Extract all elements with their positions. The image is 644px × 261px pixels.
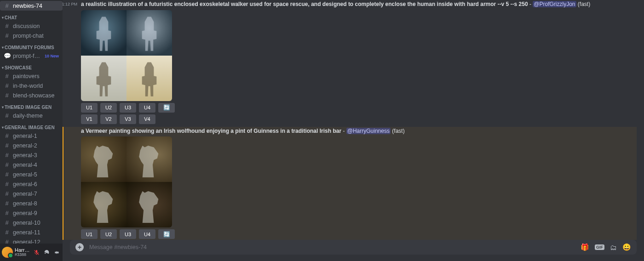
chevron-down-icon: ▾: [2, 125, 4, 130]
channel-type-icon: #: [4, 161, 10, 168]
channel-item[interactable]: #general-11: [0, 227, 63, 237]
image-grid[interactable]: [81, 136, 172, 227]
channel-item[interactable]: #general-1: [0, 131, 63, 141]
channel-type-icon: #: [4, 219, 10, 226]
image-grid[interactable]: [81, 10, 172, 101]
channel-name: general-8: [13, 200, 59, 207]
category-header[interactable]: ▾THEMED IMAGE GEN: [0, 100, 63, 111]
variation-button[interactable]: V2: [100, 114, 117, 124]
gift-icon[interactable]: 🎁: [581, 243, 589, 251]
chevron-down-icon: ▾: [2, 66, 4, 70]
message-list[interactable]: 1:12 PMa realistic illustration of a fut…: [63, 0, 644, 240]
category-label: COMMUNITY FORUMS: [5, 45, 54, 50]
chevron-down-icon: ▾: [2, 16, 4, 20]
channel-item[interactable]: #general-3: [0, 150, 63, 160]
channel-name: newbies-74: [13, 3, 59, 9]
chevron-down-icon: ▾: [2, 105, 4, 109]
upscale-button[interactable]: U2: [100, 103, 117, 113]
image-cell: [126, 182, 172, 227]
channel-type-icon: #: [4, 181, 10, 187]
variation-button[interactable]: V1: [81, 114, 98, 124]
channel-item[interactable]: #blend-showcase: [0, 91, 63, 100]
message-input[interactable]: [89, 244, 575, 250]
channel-item[interactable]: #discussion: [0, 21, 63, 31]
channel-item[interactable]: #general-8: [0, 199, 63, 208]
exo-placeholder-icon: [140, 62, 159, 96]
channel-name: general-12: [13, 239, 59, 244]
channel-item-selected[interactable]: # newbies-74: [0, 1, 63, 11]
image-cell: [126, 136, 172, 182]
image-cell: [81, 136, 126, 182]
mention[interactable]: @HarryGuinness: [346, 128, 391, 134]
upscale-button[interactable]: U4: [139, 229, 155, 239]
headphones-icon[interactable]: [42, 248, 51, 256]
prompt-text: a realistic illustration of a futuristic…: [81, 1, 637, 8]
avatar[interactable]: [2, 247, 13, 258]
channel-name: blend-showcase: [13, 92, 59, 99]
upscale-button[interactable]: U4: [139, 103, 155, 113]
channel-item[interactable]: #in-the-world: [0, 81, 63, 91]
upscale-button[interactable]: U3: [120, 103, 136, 113]
main-chat: 1:12 PMa realistic illustration of a fut…: [63, 0, 644, 261]
user-info[interactable]: HarryGuin... #3388: [15, 247, 30, 257]
category-header[interactable]: ▾CHAT: [0, 11, 63, 21]
upscale-button[interactable]: U2: [100, 229, 117, 239]
channel-type-icon: #: [4, 132, 10, 139]
wolf-placeholder-icon: [92, 146, 115, 177]
sticker-icon[interactable]: 🗂: [610, 244, 617, 251]
category-label: THEMED IMAGE GEN: [5, 105, 52, 110]
chevron-down-icon: ▾: [2, 45, 4, 50]
channel-item[interactable]: #daily-theme: [0, 111, 63, 120]
channel-name: general-9: [13, 210, 59, 216]
channel-item[interactable]: #general-9: [0, 208, 63, 218]
reroll-button[interactable]: 🔄: [158, 229, 175, 239]
channel-type-icon: #: [4, 238, 10, 244]
emoji-icon[interactable]: 😀: [622, 243, 631, 251]
wolf-placeholder-icon: [138, 146, 161, 177]
compose-box: + 🎁 GIF 🗂 😀: [70, 240, 637, 255]
channel-type-icon: #: [4, 82, 10, 89]
channel-name: paintovers: [13, 73, 59, 79]
channel-item[interactable]: #general-12: [0, 237, 63, 244]
category-header[interactable]: ▾COMMUNITY FORUMS: [0, 40, 63, 51]
add-attachment-icon[interactable]: +: [75, 243, 84, 251]
variation-button[interactable]: V4: [139, 114, 155, 124]
mention[interactable]: @ProfGrizzlyJon: [533, 1, 576, 7]
upscale-button[interactable]: U3: [120, 229, 136, 239]
upscale-button[interactable]: U1: [81, 229, 98, 239]
channel-item[interactable]: #prompt-chat: [0, 31, 63, 40]
message: 1:12 PMa realistic illustration of a fut…: [63, 0, 637, 127]
mute-mic-icon[interactable]: [32, 248, 40, 256]
upscale-button[interactable]: U1: [81, 103, 98, 113]
mode-label: (fast): [392, 128, 404, 134]
channel-item[interactable]: 💬prompt-faqs10 New: [0, 51, 63, 61]
wolf-placeholder-icon: [138, 191, 161, 223]
gif-icon[interactable]: GIF: [595, 244, 604, 250]
channel-name: general-10: [13, 220, 59, 226]
user-tag: #3388: [15, 253, 30, 257]
composer: + 🎁 GIF 🗂 😀: [63, 240, 644, 261]
channel-name: general-2: [13, 142, 59, 149]
reroll-button[interactable]: 🔄: [158, 103, 175, 113]
channel-type-icon: #: [4, 210, 10, 216]
channels-scroll[interactable]: # newbies-74 ▾CHAT#discussion#prompt-cha…: [0, 0, 63, 244]
channel-name: general-3: [13, 152, 59, 159]
category-header[interactable]: ▾GENERAL IMAGE GEN: [0, 120, 63, 131]
channel-item[interactable]: #paintovers: [0, 71, 63, 81]
channel-item[interactable]: #general-4: [0, 160, 63, 170]
channel-item[interactable]: #general-5: [0, 170, 63, 179]
message: a Vermeer painting showing an Irish wolf…: [63, 127, 637, 240]
channel-item[interactable]: #general-2: [0, 141, 63, 150]
variation-button[interactable]: V3: [120, 114, 136, 124]
exo-placeholder-icon: [95, 17, 113, 51]
channel-item[interactable]: #general-7: [0, 189, 63, 199]
channel-item[interactable]: #general-10: [0, 218, 63, 227]
image-cell: [126, 56, 172, 101]
category-header[interactable]: ▾SHOWCASE: [0, 61, 63, 71]
channel-type-icon: #: [4, 112, 10, 119]
channel-name: general-1: [13, 133, 59, 139]
channel-name: general-6: [13, 181, 59, 187]
image-cell: [81, 10, 126, 56]
channel-item[interactable]: #general-6: [0, 179, 63, 189]
settings-gear-icon[interactable]: [52, 248, 61, 256]
